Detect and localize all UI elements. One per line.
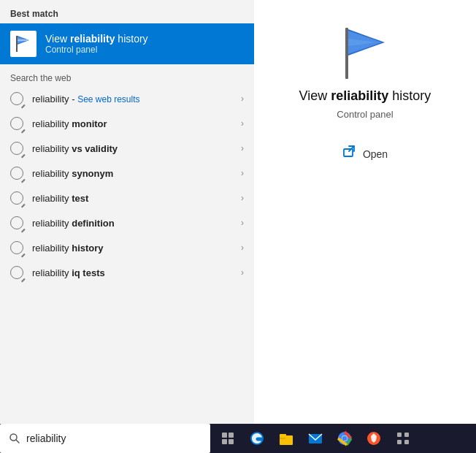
chevron-right-icon: › <box>241 218 244 228</box>
search-results-list: reliability - See web results › reliabil… <box>0 86 254 453</box>
open-label: Open <box>363 148 388 160</box>
search-item-text: reliability - See web results <box>32 94 238 104</box>
taskbar-search-box[interactable] <box>0 424 210 453</box>
settings-button[interactable] <box>388 424 418 453</box>
search-icon <box>10 167 23 180</box>
search-item-vs-validity[interactable]: reliability vs validity › <box>0 136 254 161</box>
chevron-right-icon: › <box>241 94 244 104</box>
svg-rect-0 <box>16 36 18 52</box>
chevron-right-icon: › <box>241 243 244 253</box>
chrome-button[interactable] <box>330 424 359 453</box>
svg-rect-14 <box>222 439 227 444</box>
svg-point-23 <box>342 436 348 441</box>
search-item-text: reliability vs validity <box>32 143 238 154</box>
svg-rect-25 <box>397 433 402 437</box>
open-button[interactable]: Open <box>337 142 394 166</box>
best-match-title: View reliability history <box>45 33 148 45</box>
svg-rect-26 <box>404 433 409 437</box>
svg-line-11 <box>16 440 19 443</box>
edge-browser-button[interactable] <box>242 424 272 453</box>
search-item-synonym[interactable]: reliability synonym › <box>0 161 254 186</box>
svg-rect-8 <box>344 149 353 156</box>
search-item-text: reliability history <box>32 243 238 254</box>
search-item-text: reliability monitor <box>32 118 238 129</box>
svg-rect-28 <box>404 440 409 444</box>
search-item-iq-tests[interactable]: reliability iq tests › <box>0 260 254 285</box>
search-icon <box>10 266 23 279</box>
search-item-monitor[interactable]: reliability monitor › <box>0 111 254 136</box>
svg-rect-12 <box>222 433 227 438</box>
search-icon <box>10 216 23 229</box>
svg-rect-19 <box>280 434 286 438</box>
taskbar-icon-group <box>213 424 418 453</box>
chevron-right-icon: › <box>241 193 244 203</box>
task-view-button[interactable] <box>213 424 242 453</box>
chevron-right-icon: › <box>241 168 244 178</box>
search-item-test[interactable]: reliability test › <box>0 186 254 210</box>
taskbar-search-icon <box>9 433 20 444</box>
svg-rect-13 <box>229 433 234 438</box>
search-icon <box>10 92 23 105</box>
file-explorer-button[interactable] <box>272 424 301 453</box>
search-icon <box>10 142 23 155</box>
search-item-history[interactable]: reliability history › <box>0 235 254 260</box>
detail-panel: View reliability history Control panel O… <box>254 0 476 424</box>
search-icon <box>10 191 23 205</box>
search-icon <box>10 241 23 254</box>
svg-rect-27 <box>397 440 402 444</box>
chevron-right-icon: › <box>241 118 244 129</box>
open-icon <box>342 145 357 163</box>
chevron-right-icon: › <box>241 267 244 278</box>
search-item-text: reliability test <box>32 193 238 204</box>
best-match-subtitle: Control panel <box>45 45 148 55</box>
search-item-text: reliability synonym <box>32 168 238 179</box>
search-item-web-reliability[interactable]: reliability - See web results › <box>0 86 254 111</box>
search-item-text: reliability definition <box>32 218 238 229</box>
best-match-item[interactable]: View reliability history Control panel <box>0 23 254 64</box>
best-match-label: Best match <box>0 0 254 23</box>
search-item-text: reliability iq tests <box>32 267 238 278</box>
chevron-right-icon: › <box>241 143 244 153</box>
taskbar <box>0 424 476 453</box>
search-icon <box>10 117 23 130</box>
svg-rect-4 <box>345 28 348 79</box>
search-web-label: Search the web <box>0 66 254 86</box>
svg-rect-15 <box>229 439 234 444</box>
search-item-definition[interactable]: reliability definition › <box>0 210 254 235</box>
detail-subtitle: Control panel <box>337 109 393 120</box>
search-panel: Best match View reliability history Cont… <box>0 0 254 453</box>
mail-button[interactable] <box>301 424 330 453</box>
detail-title: View reliability history <box>288 88 443 104</box>
app-icon-large <box>332 22 398 88</box>
taskbar-search-input[interactable] <box>26 433 201 444</box>
best-match-text: View reliability history Control panel <box>45 33 148 55</box>
brave-button[interactable] <box>359 424 388 453</box>
best-match-app-icon <box>10 31 37 57</box>
